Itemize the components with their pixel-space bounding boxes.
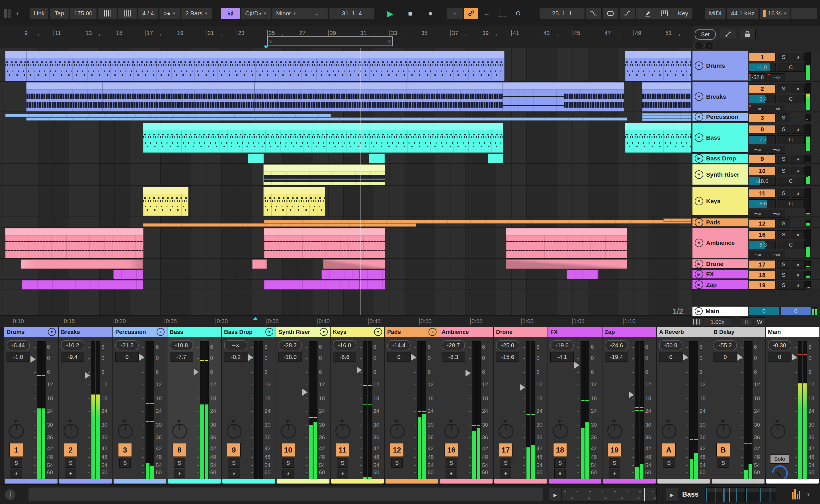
solo-button[interactable]: S: [500, 458, 511, 468]
mixer-strip-ambience[interactable]: Ambience-29.7-8.360612182430364248546016…: [439, 327, 494, 484]
strip-name[interactable]: Drums▼: [4, 327, 58, 337]
peak-level-value[interactable]: -10.2: [61, 340, 84, 350]
clip[interactable]: [263, 187, 325, 216]
solo-button[interactable]: S: [663, 458, 675, 468]
track-number-badge[interactable]: 11: [749, 189, 776, 198]
clip[interactable]: [26, 82, 103, 111]
arrangement-row-bass-drop[interactable]: [0, 154, 692, 164]
arm-icon[interactable]: ●: [792, 230, 805, 239]
quantize-menu[interactable]: 2 Bars▼: [181, 8, 212, 19]
arrangement-row-ambience[interactable]: [0, 228, 692, 259]
automation-reenable-button[interactable]: O: [511, 8, 525, 19]
clip[interactable]: [506, 259, 627, 269]
audition-waveform-button[interactable]: [691, 317, 702, 327]
clip[interactable]: [5, 228, 143, 258]
clip[interactable]: [113, 270, 143, 279]
arm-icon[interactable]: ●: [792, 84, 805, 93]
clip[interactable]: [248, 154, 264, 163]
strip-name[interactable]: FX: [548, 327, 602, 337]
metronome-button[interactable]: ○●▼: [159, 8, 180, 19]
fold-down-icon[interactable]: ▼: [265, 328, 273, 336]
device-thumbnail[interactable]: [706, 488, 722, 502]
redo-scroll-right-button[interactable]: →: [704, 41, 714, 50]
pan-field[interactable]: C: [777, 199, 805, 208]
clip[interactable]: [264, 228, 385, 258]
strip-name[interactable]: Pads≡: [385, 327, 439, 337]
device-chain-play-button[interactable]: ▶: [666, 488, 678, 502]
send-field[interactable]: −∞: [749, 210, 767, 218]
fold-down-icon[interactable]: ▼: [374, 328, 382, 336]
peak-level-value[interactable]: -25.0: [496, 340, 519, 350]
clip[interactable]: [566, 270, 598, 279]
arrangement-row-breaks[interactable]: [0, 82, 692, 112]
track-number-badge[interactable]: 8: [172, 443, 186, 457]
fold-menu-icon[interactable]: ≡: [695, 113, 703, 121]
fold-menu-icon[interactable]: ≡: [695, 218, 703, 227]
main-solo-button[interactable]: Solo: [770, 455, 789, 464]
peak-level-value[interactable]: −∞: [224, 340, 248, 350]
peak-level-value[interactable]: -55.2: [714, 340, 737, 350]
freeze-icon[interactable]: ◕: [11, 469, 22, 478]
pan-knob[interactable]: [63, 424, 78, 439]
fader-handle[interactable]: [683, 354, 688, 361]
volume-field[interactable]: -8.3: [749, 241, 776, 249]
clip[interactable]: [625, 51, 691, 81]
freeze-icon[interactable]: ◕: [174, 469, 185, 478]
solo-button[interactable]: S: [777, 113, 790, 122]
follow-button[interactable]: →··: [309, 8, 328, 19]
clip[interactable]: [322, 270, 359, 279]
track-header-zap[interactable]: ▶Zap: [693, 280, 748, 290]
clip[interactable]: [179, 82, 255, 111]
volume-value[interactable]: 0: [768, 352, 791, 362]
send-field[interactable]: −∞: [749, 251, 767, 259]
send-field[interactable]: -52.8: [749, 73, 767, 81]
peak-level-value[interactable]: -50.9: [659, 340, 683, 350]
strip-name[interactable]: Percussion≡: [113, 327, 167, 337]
output-meter-button[interactable]: [792, 489, 801, 499]
track-number-badge[interactable]: 19: [749, 281, 776, 290]
fold-down-icon[interactable]: ▼: [48, 328, 56, 336]
peak-level-value[interactable]: -16.0: [333, 340, 356, 350]
clip[interactable]: [642, 116, 691, 118]
solo-button[interactable]: S: [391, 458, 403, 468]
track-number-badge[interactable]: 18: [749, 271, 776, 279]
freeze-icon[interactable]: ◕: [283, 469, 294, 478]
peak-level-value[interactable]: -29.7: [442, 340, 465, 350]
arrangement-row-keys[interactable]: [0, 187, 692, 216]
mixer-strip-breaks[interactable]: Breaks-10.2-9.46061218243036424854602S●: [59, 327, 113, 484]
loop-switch-button[interactable]: [603, 8, 618, 19]
freeze-icon[interactable]: ◕: [792, 281, 805, 290]
freeze-icon[interactable]: ◕: [792, 53, 805, 61]
solo-button[interactable]: S: [777, 125, 790, 134]
loop-start-field[interactable]: 25. 1. 1: [539, 8, 584, 19]
pan-knob[interactable]: [118, 424, 133, 439]
fader-handle[interactable]: [629, 391, 634, 398]
clip[interactable]: [263, 164, 385, 185]
main-track-name-area[interactable]: ▶Main: [693, 307, 748, 316]
volume-value[interactable]: 0: [659, 352, 683, 362]
volume-value[interactable]: -9.4: [61, 352, 84, 362]
mixer-strip-pads[interactable]: Pads≡-14.4060612182430364248546012S: [385, 327, 439, 484]
clip[interactable]: [331, 51, 504, 81]
volume-value[interactable]: -15.6: [496, 352, 519, 362]
clip[interactable]: [359, 270, 385, 279]
solo-button[interactable]: S: [777, 189, 790, 198]
mixer-strip-keys[interactable]: Keys▼-16.0-6.660612182430364248546011S◕: [331, 327, 385, 484]
volume-field[interactable]: -7.7: [749, 135, 776, 144]
strip-name[interactable]: Zap: [602, 327, 656, 337]
volume-value[interactable]: -7.7: [170, 352, 193, 362]
clip[interactable]: [264, 220, 691, 224]
freeze-icon[interactable]: ◕: [792, 125, 805, 134]
arrangement-row-synth-riser[interactable]: [0, 164, 692, 186]
clip[interactable]: [488, 154, 503, 163]
peak-level-value[interactable]: -6.44: [7, 340, 30, 350]
arm-icon[interactable]: ●: [65, 469, 76, 478]
clip[interactable]: [642, 113, 691, 116]
volume-field[interactable]: -18.0: [749, 177, 776, 185]
key-signature-button[interactable]: ♭♯: [221, 8, 240, 19]
track-header-ambience[interactable]: ▼Ambience: [693, 228, 748, 258]
peak-level-value[interactable]: -24.6: [605, 340, 628, 350]
solo-button[interactable]: S: [11, 458, 22, 468]
clip[interactable]: [323, 259, 385, 269]
pan-knob[interactable]: [553, 424, 568, 439]
